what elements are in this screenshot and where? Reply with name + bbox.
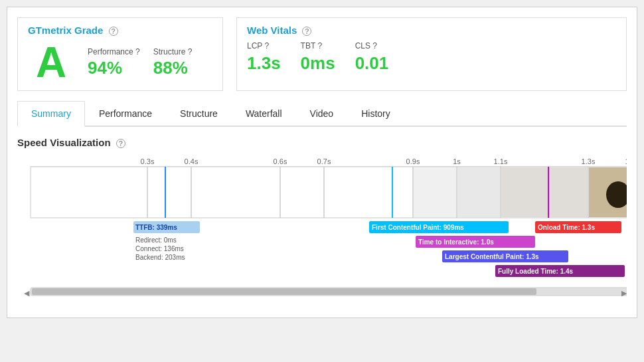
grade-inner: A Performance ? 94% Structure ? <box>28 41 212 84</box>
performance-metric: Performance ? 94% <box>88 47 140 78</box>
filmstrip-frame-0 <box>31 167 147 217</box>
tick-0.9s: 0.9s <box>406 157 420 165</box>
tbt-value: 0ms <box>301 53 335 74</box>
ttfb-bar-label: TTFB: 339ms <box>135 224 177 231</box>
grade-section-title: GTmetrix Grade ? <box>28 25 212 36</box>
tab-structure[interactable]: Structure <box>166 101 232 127</box>
speed-visualization-canvas: 0.3s 0.4s 0.6s 0.7s 0.9s 1s 1.1s 1.3s 1.… <box>17 155 627 308</box>
lcp-bar-label: Largest Contentful Paint: 1.3s <box>445 253 539 260</box>
structure-value: 88% <box>153 58 193 78</box>
tab-waterfall[interactable]: Waterfall <box>232 101 296 127</box>
lcp-help-icon[interactable]: ? <box>264 41 269 50</box>
tick-0.6s: 0.6s <box>274 157 287 165</box>
cls-help-icon[interactable]: ? <box>372 41 377 50</box>
speed-viz-help-icon[interactable]: ? <box>116 139 125 148</box>
speed-viz-section: Speed Visualization ? 0.3s 0.4s 0.6s 0.7… <box>17 137 627 308</box>
main-container: GTmetrix Grade ? A Performance ? 94% <box>7 7 637 318</box>
timeline-svg: 0.3s 0.4s 0.6s 0.7s 0.9s 1s 1.1s 1.3s 1.… <box>17 155 627 308</box>
speed-viz-title: Speed Visualization ? <box>17 137 627 148</box>
web-vitals-section: Web Vitals ? LCP ? 1.3s TBT ? 0ms <box>236 17 627 91</box>
cls-vital: CLS ? 0.01 <box>355 41 389 74</box>
filmstrip-frame-7 <box>501 167 588 217</box>
scroll-left-icon[interactable]: ◀ <box>24 289 30 297</box>
grade-section: GTmetrix Grade ? A Performance ? 94% <box>17 17 223 91</box>
connect-label: Connect: 136ms <box>135 245 184 252</box>
structure-metric: Structure ? 88% <box>153 47 193 78</box>
tick-0.7s: 0.7s <box>317 157 331 165</box>
tick-0.3s: 0.3s <box>141 157 155 165</box>
tti-bar-label: Time to Interactive: 1.0s <box>418 238 494 246</box>
scroll-right-icon[interactable]: ▶ <box>621 289 627 297</box>
cls-label: CLS ? <box>355 41 389 50</box>
tab-performance[interactable]: Performance <box>85 101 166 127</box>
performance-help-icon[interactable]: ? <box>135 47 140 56</box>
fcp-bar-label: First Contentful Paint: 909ms <box>372 224 464 231</box>
tick-1.4s: 1.4s <box>625 157 627 165</box>
structure-help-icon[interactable]: ? <box>188 47 193 56</box>
vitals-inner: LCP ? 1.3s TBT ? 0ms CLS ? <box>247 41 616 74</box>
lcp-label: LCP ? <box>247 41 281 50</box>
fl-bar-label: Fully Loaded Time: 1.4s <box>498 268 574 275</box>
tab-summary[interactable]: Summary <box>17 101 85 127</box>
speed-viz-title-text: Speed Visualization <box>17 137 111 148</box>
tick-0.4s: 0.4s <box>185 157 199 165</box>
cls-value: 0.01 <box>355 53 389 74</box>
lcp-vital: LCP ? 1.3s <box>247 41 281 74</box>
tbt-label: TBT ? <box>301 41 335 50</box>
onload-bar-label: Onload Time: 1.3s <box>538 224 595 231</box>
top-row: GTmetrix Grade ? A Performance ? 94% <box>17 17 627 91</box>
web-vitals-title: Web Vitals ? <box>247 25 616 36</box>
filmstrip-frame-2 <box>192 167 280 217</box>
tick-1.3s: 1.3s <box>582 157 596 165</box>
grade-metrics: Performance ? 94% Structure ? 88% <box>88 47 192 78</box>
filmstrip-frame-5 <box>414 167 456 217</box>
grade-help-icon[interactable]: ? <box>109 27 118 36</box>
filmstrip-frame-1 <box>148 167 191 217</box>
performance-label: Performance ? <box>88 47 140 56</box>
tab-video[interactable]: Video <box>296 101 348 127</box>
lcp-value: 1.3s <box>247 53 281 74</box>
filmstrip-frame-3 <box>281 167 323 217</box>
structure-label: Structure ? <box>153 47 193 56</box>
tick-1.1s: 1.1s <box>494 157 508 165</box>
web-vitals-help-icon[interactable]: ? <box>302 27 311 36</box>
tick-1.0s: 1s <box>453 157 461 165</box>
tbt-help-icon[interactable]: ? <box>317 41 322 50</box>
scrollbar-thumb[interactable] <box>32 288 536 295</box>
filmstrip-frame-6 <box>457 167 500 217</box>
grade-title-text: GTmetrix Grade <box>28 25 103 36</box>
performance-value: 94% <box>88 58 140 78</box>
tabs-row: Summary Performance Structure Waterfall … <box>17 101 627 127</box>
tbt-vital: TBT ? 0ms <box>301 41 335 74</box>
filmstrip-frame-4 <box>325 167 412 217</box>
grade-letter: A <box>28 41 74 84</box>
web-vitals-title-text: Web Vitals <box>247 25 297 36</box>
redirect-label: Redirect: 0ms <box>135 236 177 244</box>
backend-label: Backend: 203ms <box>135 254 185 261</box>
tab-history[interactable]: History <box>347 101 404 127</box>
